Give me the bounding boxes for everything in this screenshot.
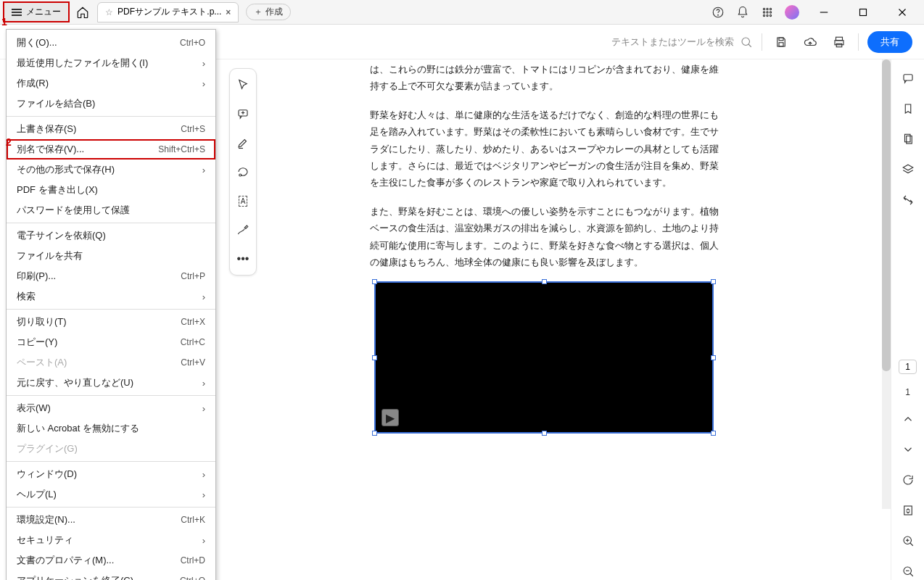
- resize-handle[interactable]: [372, 431, 377, 436]
- menu-item[interactable]: ウィンドウ(D)›: [7, 464, 215, 484]
- page-current-badge[interactable]: 1: [899, 360, 917, 374]
- menu-item[interactable]: ファイルを結合(B): [7, 94, 215, 114]
- paragraph: また、野菜を好むことは、環境への優しい姿勢を示すことにもつながります。植物ベース…: [370, 203, 725, 271]
- apps-icon[interactable]: [760, 5, 775, 20]
- document-tab[interactable]: ☆ PDFサンプル テキスト.p... ×: [97, 2, 239, 22]
- page-down-button[interactable]: [899, 441, 917, 458]
- page-total: 1: [905, 387, 910, 397]
- more-tools[interactable]: •••: [234, 250, 252, 268]
- menu-item[interactable]: 上書き保存(S)Ctrl+S: [7, 119, 215, 139]
- zoom-out-icon[interactable]: [899, 563, 917, 580]
- home-button[interactable]: [73, 2, 93, 22]
- comment-tool[interactable]: [234, 105, 252, 123]
- menu-item-label: セキュリティ: [17, 534, 73, 547]
- fit-page-icon[interactable]: [899, 502, 917, 519]
- select-tool[interactable]: [234, 76, 252, 94]
- menu-item-shortcut: Ctrl+P: [181, 271, 205, 281]
- svg-point-3: [767, 8, 768, 9]
- menu-item[interactable]: アプリケーションを終了(C)Ctrl+Q: [7, 571, 215, 580]
- menu-item[interactable]: 別名で保存(V)...Shift+Ctrl+S: [7, 139, 215, 160]
- scrollbar-thumb[interactable]: [882, 59, 891, 371]
- menu-item[interactable]: 作成(R)›: [7, 73, 215, 94]
- page-up-button[interactable]: [899, 410, 917, 428]
- window-minimize-button[interactable]: [809, 0, 838, 25]
- save-icon[interactable]: [771, 32, 791, 52]
- menu-item[interactable]: ヘルプ(L)›: [7, 484, 215, 505]
- menu-button[interactable]: メニュー: [3, 1, 70, 22]
- submenu-arrow-icon: ›: [202, 78, 205, 89]
- menu-item-label: PDF を書き出し(X): [17, 183, 98, 196]
- new-tab-button[interactable]: ＋ 作成: [246, 4, 291, 20]
- menu-item-label: ファイルを共有: [17, 249, 83, 262]
- hamburger-icon: [12, 9, 22, 16]
- help-icon[interactable]: [711, 5, 725, 20]
- menu-item-label: アプリケーションを終了(C): [17, 574, 133, 580]
- media-object-selected[interactable]: ▶: [374, 281, 714, 434]
- menu-item[interactable]: 元に戻す、やり直しなど(U)›: [7, 373, 215, 393]
- menu-item[interactable]: PDF を書き出し(X): [7, 180, 215, 200]
- menu-separator: [7, 223, 215, 223]
- menu-item[interactable]: 最近使用したファイルを開く(I)›: [7, 53, 215, 73]
- print-icon[interactable]: [829, 32, 849, 52]
- bookmark-icon[interactable]: [899, 100, 917, 117]
- window-maximize-button[interactable]: [849, 0, 878, 25]
- menu-item[interactable]: ファイルを共有: [7, 246, 215, 266]
- menu-item[interactable]: 文書のプロパティ(M)...Ctrl+D: [7, 550, 215, 571]
- window-close-button[interactable]: [888, 0, 917, 25]
- tab-title: PDFサンプル テキスト.p...: [117, 6, 221, 18]
- search-icon: [740, 36, 753, 49]
- user-avatar[interactable]: [785, 5, 799, 20]
- bell-icon[interactable]: [735, 5, 750, 20]
- star-icon: ☆: [105, 7, 113, 17]
- menu-separator: [7, 116, 215, 117]
- menu-item[interactable]: 開く(O)...Ctrl+O: [7, 33, 215, 53]
- menu-item-label: 環境設定(N)...: [17, 513, 75, 526]
- menu-item[interactable]: 切り取り(T)Ctrl+X: [7, 312, 215, 332]
- layers-icon[interactable]: [899, 161, 917, 178]
- menu-item-label: 上書き保存(S): [17, 123, 76, 136]
- chat-icon[interactable]: [899, 70, 917, 87]
- menu-item[interactable]: 印刷(P)...Ctrl+P: [7, 266, 215, 286]
- menu-item[interactable]: その他の形式で保存(H)›: [7, 160, 215, 180]
- resize-handle[interactable]: [711, 355, 716, 360]
- menu-item[interactable]: 新しい Acrobat を無効にする: [7, 418, 215, 439]
- resize-handle[interactable]: [372, 355, 377, 360]
- pages-icon[interactable]: [899, 130, 917, 148]
- draw-tool[interactable]: [234, 221, 252, 239]
- resize-handle[interactable]: [372, 279, 377, 284]
- text-icon: A: [239, 196, 248, 207]
- lasso-tool[interactable]: [234, 163, 252, 181]
- titlebar-right: [711, 0, 924, 25]
- transform-icon[interactable]: [899, 191, 917, 209]
- resize-handle[interactable]: [542, 279, 547, 284]
- menu-item[interactable]: 電子サインを依頼(Q): [7, 225, 215, 246]
- svg-point-8: [763, 14, 764, 16]
- menu-item[interactable]: 環境設定(N)...Ctrl+K: [7, 510, 215, 530]
- svg-point-6: [767, 11, 768, 12]
- play-button[interactable]: ▶: [381, 409, 399, 426]
- menu-item-label: パスワードを使用して保護: [17, 204, 130, 217]
- highlight-tool[interactable]: [234, 134, 252, 152]
- resize-handle[interactable]: [542, 431, 547, 436]
- svg-point-5: [763, 11, 764, 12]
- menu-item[interactable]: 検索›: [7, 286, 215, 307]
- resize-handle[interactable]: [711, 431, 716, 436]
- menu-item[interactable]: パスワードを使用して保護: [7, 200, 215, 220]
- share-button[interactable]: 共有: [867, 31, 912, 53]
- svg-rect-18: [779, 42, 783, 46]
- vertical-scrollbar[interactable]: [882, 59, 891, 509]
- resize-handle[interactable]: [711, 279, 716, 284]
- menu-item-label: 作成(R): [17, 77, 49, 90]
- svg-line-36: [910, 573, 913, 576]
- text-tool[interactable]: A: [234, 192, 252, 210]
- search-box[interactable]: テキストまたはツールを検索: [611, 36, 753, 49]
- submenu-arrow-icon: ›: [202, 489, 205, 500]
- menu-item[interactable]: 表示(W)›: [7, 398, 215, 418]
- cloud-upload-icon[interactable]: [800, 32, 820, 52]
- rotate-icon[interactable]: [899, 471, 917, 489]
- menu-item[interactable]: コピー(Y)Ctrl+C: [7, 332, 215, 352]
- menu-item[interactable]: セキュリティ›: [7, 530, 215, 550]
- menu-item-label: 最近使用したファイルを開く(I): [17, 57, 148, 70]
- tab-close-button[interactable]: ×: [226, 7, 231, 17]
- zoom-in-icon[interactable]: [899, 532, 917, 550]
